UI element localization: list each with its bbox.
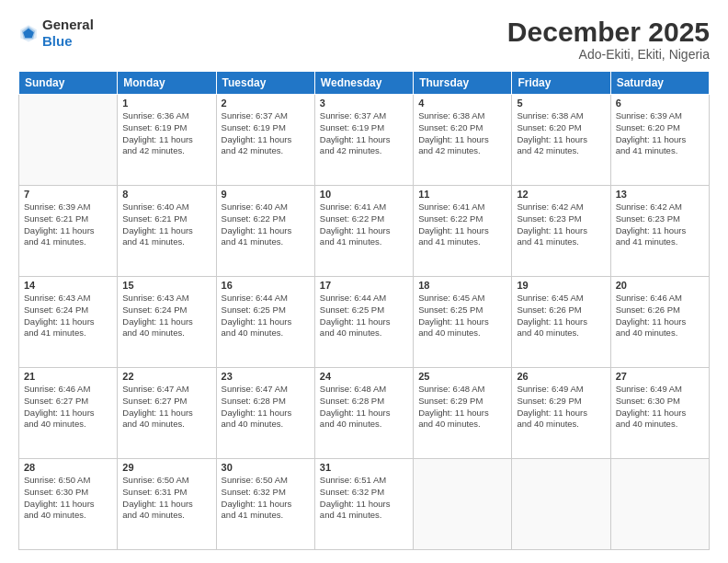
logo-blue-text: Blue	[42, 33, 73, 49]
day-number: 12	[517, 189, 605, 200]
logo-general-text: General	[42, 17, 94, 32]
week-row-3: 14Sunrise: 6:43 AM Sunset: 6:24 PM Dayli…	[19, 277, 710, 368]
col-tuesday: Tuesday	[216, 72, 314, 95]
col-saturday: Saturday	[610, 72, 709, 95]
day-number: 10	[320, 189, 408, 200]
location: Ado-Ekiti, Ekiti, Nigeria	[507, 47, 710, 62]
calendar-cell-w5-d3: 30Sunrise: 6:50 AM Sunset: 6:32 PM Dayli…	[216, 459, 314, 550]
day-number: 2	[222, 98, 310, 109]
page: General Blue December 2025 Ado-Ekiti, Ek…	[0, 0, 728, 563]
calendar-cell-w1-d4: 3Sunrise: 6:37 AM Sunset: 6:19 PM Daylig…	[314, 95, 413, 186]
day-info: Sunrise: 6:49 AM Sunset: 6:30 PM Dayligh…	[616, 384, 704, 431]
day-number: 26	[517, 371, 605, 382]
calendar-cell-w3-d3: 16Sunrise: 6:44 AM Sunset: 6:25 PM Dayli…	[216, 277, 314, 368]
day-info: Sunrise: 6:48 AM Sunset: 6:29 PM Dayligh…	[418, 384, 506, 431]
day-info: Sunrise: 6:50 AM Sunset: 6:30 PM Dayligh…	[24, 475, 112, 522]
calendar-header: Sunday Monday Tuesday Wednesday Thursday…	[19, 72, 710, 95]
calendar-cell-w5-d4: 31Sunrise: 6:51 AM Sunset: 6:32 PM Dayli…	[314, 459, 413, 550]
calendar-cell-w1-d3: 2Sunrise: 6:37 AM Sunset: 6:19 PM Daylig…	[216, 95, 314, 186]
calendar-cell-w4-d4: 24Sunrise: 6:48 AM Sunset: 6:28 PM Dayli…	[314, 368, 413, 459]
day-number: 17	[320, 280, 408, 291]
day-info: Sunrise: 6:50 AM Sunset: 6:32 PM Dayligh…	[222, 475, 310, 522]
day-info: Sunrise: 6:39 AM Sunset: 6:20 PM Dayligh…	[616, 110, 704, 157]
day-number: 27	[616, 371, 704, 382]
calendar-cell-w4-d5: 25Sunrise: 6:48 AM Sunset: 6:29 PM Dayli…	[414, 368, 512, 459]
day-info: Sunrise: 6:40 AM Sunset: 6:21 PM Dayligh…	[122, 201, 210, 248]
title-block: December 2025 Ado-Ekiti, Ekiti, Nigeria	[507, 17, 710, 62]
day-number: 22	[122, 371, 210, 382]
calendar-cell-w1-d7: 6Sunrise: 6:39 AM Sunset: 6:20 PM Daylig…	[610, 95, 709, 186]
day-number: 15	[122, 280, 210, 291]
calendar-cell-w4-d6: 26Sunrise: 6:49 AM Sunset: 6:29 PM Dayli…	[512, 368, 610, 459]
day-number: 19	[517, 280, 605, 291]
day-info: Sunrise: 6:44 AM Sunset: 6:25 PM Dayligh…	[320, 293, 408, 339]
day-number: 18	[418, 280, 506, 291]
calendar-table: Sunday Monday Tuesday Wednesday Thursday…	[18, 71, 710, 550]
calendar-body: 1Sunrise: 6:36 AM Sunset: 6:19 PM Daylig…	[19, 95, 710, 550]
calendar-cell-w2-d2: 8Sunrise: 6:40 AM Sunset: 6:21 PM Daylig…	[118, 186, 216, 277]
calendar-cell-w5-d6	[512, 459, 610, 550]
day-number: 23	[222, 371, 310, 382]
col-wednesday: Wednesday	[314, 72, 413, 95]
col-sunday: Sunday	[19, 72, 118, 95]
calendar-cell-w3-d1: 14Sunrise: 6:43 AM Sunset: 6:24 PM Dayli…	[19, 277, 118, 368]
day-info: Sunrise: 6:45 AM Sunset: 6:26 PM Dayligh…	[517, 293, 605, 339]
calendar-cell-w2-d6: 12Sunrise: 6:42 AM Sunset: 6:23 PM Dayli…	[512, 186, 610, 277]
month-title: December 2025	[507, 17, 710, 47]
day-number: 25	[418, 371, 506, 382]
calendar-cell-w2-d3: 9Sunrise: 6:40 AM Sunset: 6:22 PM Daylig…	[216, 186, 314, 277]
day-info: Sunrise: 6:39 AM Sunset: 6:21 PM Dayligh…	[24, 201, 112, 248]
day-info: Sunrise: 6:48 AM Sunset: 6:28 PM Dayligh…	[320, 384, 408, 431]
day-number: 5	[517, 98, 605, 109]
calendar-cell-w1-d1	[19, 95, 118, 186]
day-number: 13	[616, 189, 704, 200]
calendar-cell-w2-d4: 10Sunrise: 6:41 AM Sunset: 6:22 PM Dayli…	[314, 186, 413, 277]
calendar-cell-w2-d5: 11Sunrise: 6:41 AM Sunset: 6:22 PM Dayli…	[414, 186, 512, 277]
day-info: Sunrise: 6:37 AM Sunset: 6:19 PM Dayligh…	[320, 110, 408, 157]
day-info: Sunrise: 6:46 AM Sunset: 6:27 PM Dayligh…	[24, 384, 112, 431]
day-number: 9	[222, 189, 310, 200]
day-number: 16	[222, 280, 310, 291]
calendar-cell-w3-d5: 18Sunrise: 6:45 AM Sunset: 6:25 PM Dayli…	[414, 277, 512, 368]
col-monday: Monday	[118, 72, 216, 95]
day-info: Sunrise: 6:40 AM Sunset: 6:22 PM Dayligh…	[222, 201, 310, 248]
week-row-2: 7Sunrise: 6:39 AM Sunset: 6:21 PM Daylig…	[19, 186, 710, 277]
header: General Blue December 2025 Ado-Ekiti, Ek…	[18, 17, 710, 62]
calendar-cell-w3-d2: 15Sunrise: 6:43 AM Sunset: 6:24 PM Dayli…	[118, 277, 216, 368]
day-info: Sunrise: 6:38 AM Sunset: 6:20 PM Dayligh…	[517, 110, 605, 157]
logo-text: General Blue	[42, 17, 94, 50]
day-number: 30	[222, 462, 310, 473]
day-info: Sunrise: 6:46 AM Sunset: 6:26 PM Dayligh…	[616, 293, 704, 339]
calendar-cell-w4-d7: 27Sunrise: 6:49 AM Sunset: 6:30 PM Dayli…	[610, 368, 709, 459]
calendar-cell-w3-d6: 19Sunrise: 6:45 AM Sunset: 6:26 PM Dayli…	[512, 277, 610, 368]
logo: General Blue	[18, 17, 94, 50]
day-info: Sunrise: 6:36 AM Sunset: 6:19 PM Dayligh…	[122, 110, 210, 157]
day-number: 20	[616, 280, 704, 291]
day-number: 4	[418, 98, 506, 109]
day-info: Sunrise: 6:38 AM Sunset: 6:20 PM Dayligh…	[418, 110, 506, 157]
col-friday: Friday	[512, 72, 610, 95]
calendar-cell-w4-d1: 21Sunrise: 6:46 AM Sunset: 6:27 PM Dayli…	[19, 368, 118, 459]
day-info: Sunrise: 6:50 AM Sunset: 6:31 PM Dayligh…	[122, 475, 210, 522]
day-info: Sunrise: 6:49 AM Sunset: 6:29 PM Dayligh…	[517, 384, 605, 431]
day-number: 11	[418, 189, 506, 200]
day-number: 28	[24, 462, 112, 473]
week-row-1: 1Sunrise: 6:36 AM Sunset: 6:19 PM Daylig…	[19, 95, 710, 186]
calendar-cell-w1-d6: 5Sunrise: 6:38 AM Sunset: 6:20 PM Daylig…	[512, 95, 610, 186]
calendar-cell-w3-d7: 20Sunrise: 6:46 AM Sunset: 6:26 PM Dayli…	[610, 277, 709, 368]
day-info: Sunrise: 6:42 AM Sunset: 6:23 PM Dayligh…	[616, 201, 704, 248]
calendar-cell-w5-d1: 28Sunrise: 6:50 AM Sunset: 6:30 PM Dayli…	[19, 459, 118, 550]
day-number: 3	[320, 98, 408, 109]
day-number: 8	[122, 189, 210, 200]
day-number: 31	[320, 462, 408, 473]
calendar-cell-w1-d5: 4Sunrise: 6:38 AM Sunset: 6:20 PM Daylig…	[414, 95, 512, 186]
day-info: Sunrise: 6:37 AM Sunset: 6:19 PM Dayligh…	[222, 110, 310, 157]
day-info: Sunrise: 6:47 AM Sunset: 6:28 PM Dayligh…	[222, 384, 310, 431]
day-info: Sunrise: 6:47 AM Sunset: 6:27 PM Dayligh…	[122, 384, 210, 431]
day-number: 6	[616, 98, 704, 109]
calendar-cell-w2-d1: 7Sunrise: 6:39 AM Sunset: 6:21 PM Daylig…	[19, 186, 118, 277]
day-info: Sunrise: 6:41 AM Sunset: 6:22 PM Dayligh…	[320, 201, 408, 248]
day-info: Sunrise: 6:43 AM Sunset: 6:24 PM Dayligh…	[122, 293, 210, 339]
day-info: Sunrise: 6:42 AM Sunset: 6:23 PM Dayligh…	[517, 201, 605, 248]
calendar-cell-w3-d4: 17Sunrise: 6:44 AM Sunset: 6:25 PM Dayli…	[314, 277, 413, 368]
